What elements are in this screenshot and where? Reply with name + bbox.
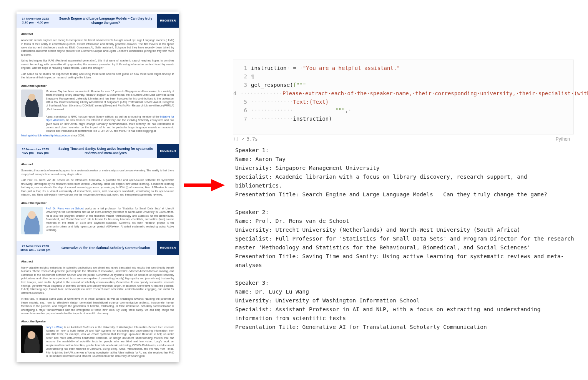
code-cell[interactable]: 1instruction· = ·"You are a helpful assi…: [233, 60, 574, 134]
speaker-bio-1: Mr. Aaron Tay has been an academic libra…: [46, 90, 174, 133]
speaker-bio-1d: MusingsAboutLibrarianship.blogspot.com s…: [21, 134, 174, 137]
check-icon: ✓: [241, 136, 244, 142]
code-line-5: ·············Text:{Text}: [251, 98, 329, 106]
abstract-label-2: Abstract: [21, 163, 174, 166]
code-line-1: instruction· = ·"You are a helpful assis…: [251, 64, 400, 72]
code-line-7: ·············instruction): [251, 114, 332, 123]
code-lines: 1instruction· = ·"You are a helpful assi…: [233, 60, 573, 123]
speaker-bio-1a: Mr. Aaron Tay has been an academic libra…: [46, 90, 174, 111]
line-number: 5: [233, 98, 251, 106]
event-time-2: 4:00 pm – 5:30 pm: [22, 151, 48, 155]
speaker-label-1: About the Speaker: [21, 84, 174, 88]
language-label: Python: [556, 136, 570, 142]
arrow-icon: [183, 178, 225, 193]
speaker-bio-1b: A past contributor to NMC horizon report…: [46, 115, 160, 118]
event-datetime-2: 15 November 2023 4:00 pm – 5:30 pm: [17, 144, 54, 158]
code-line-3: get_response(f""": [251, 81, 306, 89]
speaker-bio-1c: , he has blended his interest in discove…: [46, 119, 174, 132]
svg-marker-1: [211, 179, 225, 191]
event-header-3: 22 November 2023 10:30 am – 12:00 pm Gen…: [17, 241, 179, 255]
line-number: 7: [233, 114, 251, 123]
event-header-2: 15 November 2023 4:00 pm – 5:30 pm Savin…: [17, 144, 179, 158]
cell-output: Speaker 1: Name: Aaron Tay University: S…: [235, 146, 577, 332]
event-time-1: 2:30 pm – 4:00 pm: [22, 21, 48, 25]
event-title-3: Generative AI for Translational Scholarl…: [54, 241, 157, 255]
bracket-icon: )]: [233, 136, 238, 142]
speaker-block-2: Prof. Dr. Rens van de Schoot works as a …: [21, 207, 174, 234]
line-number: 1: [233, 64, 251, 72]
event-date-1: 14 November 2023: [22, 17, 49, 21]
source-document: 14 November 2023 2:30 pm – 4:00 pm Searc…: [17, 12, 179, 362]
code-line-2: ¶: [251, 72, 254, 81]
abstract-para-2a: Screening thousands of research papers f…: [21, 169, 174, 176]
event-time-3: 10:30 am – 12:00 pm: [20, 248, 50, 252]
event-header-1: 14 November 2023 2:30 pm – 4:00 pm Searc…: [17, 14, 179, 28]
abstract-para-3b: In this talk, I'll discuss some uses of …: [21, 297, 174, 315]
canvas: 14 November 2023 2:30 pm – 4:00 pm Searc…: [0, 0, 588, 380]
speaker-label-3: About the Speaker: [21, 320, 174, 324]
speaker-photo-3: [21, 325, 43, 353]
abstract-label-1: Abstract: [21, 32, 174, 36]
line-number: 4: [233, 89, 240, 98]
register-button-2[interactable]: REGISTER: [157, 144, 179, 158]
event-datetime-3: 22 November 2023 10:30 am – 12:00 pm: [17, 241, 54, 255]
abstract-para-1b: Using techniques like RAG (Retrieval aug…: [21, 59, 174, 70]
speaker-link-3[interactable]: Lucy Lu Wang: [46, 326, 63, 329]
abstract-para-1a: Academic search engines are racing to in…: [21, 38, 174, 56]
speaker-bio-2a: works as a full professor for 'Statistic…: [46, 207, 174, 232]
speaker-link-2[interactable]: Prof. Dr. Rens van de Schoot: [46, 207, 84, 210]
event-date-2: 15 November 2023: [22, 148, 49, 151]
speaker-block-3: Lucy Lu Wang is an Assistant Professor a…: [21, 325, 174, 358]
line-number: 6: [233, 106, 251, 114]
event-date-3: 22 November 2023: [22, 244, 49, 248]
speaker-bio-1e: since 2009.: [70, 134, 85, 137]
execution-status: )] ✓ 3.7s Python: [233, 134, 573, 144]
register-button-1[interactable]: REGISTER: [157, 14, 179, 28]
abstract-para-3a: Many valuable insights embedded in scien…: [21, 266, 174, 295]
speaker-photo-1: [21, 90, 43, 117]
abstract-para-2b: Join Prof. Dr. Rens van de Schoot as he …: [21, 178, 174, 196]
code-line-4: ·············Please·extract·each·of·the·…: [240, 89, 588, 98]
abstract-label-3: Abstract: [21, 260, 174, 264]
execution-time: 3.7s: [247, 136, 556, 142]
speaker-bio-3a: is an Assistant Professor at the Univers…: [46, 326, 174, 358]
line-number: 2: [233, 72, 251, 81]
event-title-1: Search Engine and Large Language Models …: [54, 14, 157, 28]
event-title-2: Saving Time and Sanity: Using active lea…: [54, 144, 157, 158]
speaker-bio-2: Prof. Dr. Rens van de Schoot works as a …: [46, 207, 174, 234]
code-line-6: ············· """,·: [251, 106, 351, 114]
line-number: 3: [233, 81, 251, 89]
register-button-3[interactable]: REGISTER: [157, 241, 179, 255]
speaker-label-2: About the Speaker: [21, 201, 174, 205]
speaker-bio-3: Lucy Lu Wang is an Assistant Professor a…: [46, 325, 174, 358]
speaker-link-1b[interactable]: MusingsAboutLibrarianship.blogspot.com: [21, 134, 70, 137]
event-datetime-1: 14 November 2023 2:30 pm – 4:00 pm: [17, 14, 54, 28]
speaker-photo-2: [21, 207, 43, 234]
speaker-block-1: Mr. Aaron Tay has been an academic libra…: [21, 90, 174, 133]
abstract-para-1c: Join Aaron as he shares his experience t…: [21, 72, 174, 80]
